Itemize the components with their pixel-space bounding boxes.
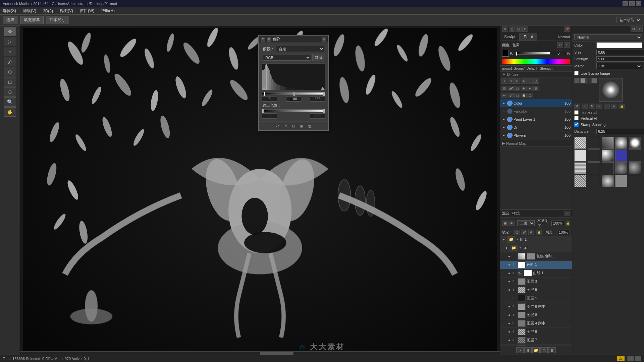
rotate-left[interactable]: ↺ <box>574 104 580 109</box>
input-black[interactable] <box>262 96 277 102</box>
menu-help[interactable]: 帮助(H) <box>100 7 116 14</box>
levels-dialog-title[interactable]: ◻ ⊕ 色阶 × <box>259 36 328 43</box>
new-layer-btn[interactable]: ◻ <box>540 347 548 353</box>
arrow-icon[interactable]: ↓ <box>527 78 533 84</box>
tex-1[interactable] <box>574 137 586 149</box>
crop-tool[interactable]: ⊕ <box>4 87 16 97</box>
tex-18[interactable] <box>602 175 614 187</box>
output-black-val[interactable] <box>262 113 277 119</box>
tex-20[interactable] <box>629 175 641 187</box>
icon-4[interactable]: ⊘ <box>522 26 528 32</box>
vis-paint-layer[interactable]: ● <box>501 117 506 122</box>
close-btn[interactable]: × <box>636 1 641 6</box>
h-scroll-thumb[interactable] <box>260 352 293 355</box>
layer-opt-1[interactable]: ≡ <box>564 211 570 216</box>
panel-pin[interactable]: 📌 <box>564 26 570 32</box>
vis-farcolor[interactable]: ○ <box>501 109 506 114</box>
layer-6[interactable]: ● 8 图层 6 <box>500 328 572 336</box>
tex-17[interactable] <box>588 175 600 187</box>
tex-8[interactable] <box>602 149 614 162</box>
channel-farcolor[interactable]: ○ Farcolor 100 <box>500 107 572 115</box>
stamp-4[interactable] <box>592 78 597 83</box>
preset-select[interactable]: 自定 <box>276 46 324 52</box>
popup-icon-2[interactable]: ⊕ <box>267 37 271 42</box>
tex-12[interactable] <box>588 162 600 174</box>
vis-pbwenii[interactable]: ● <box>501 133 506 138</box>
flip-v[interactable]: ↕ <box>604 104 610 109</box>
zoom-tool[interactable]: 🔍 <box>4 97 16 107</box>
vis-group1[interactable]: ● <box>501 237 506 242</box>
color-prop-swatch[interactable] <box>596 42 642 48</box>
output-levels-slider[interactable] <box>262 109 325 112</box>
mid-point[interactable] <box>293 92 295 96</box>
tex-14[interactable] <box>615 162 627 174</box>
star-icon[interactable]: ✦ <box>527 86 533 91</box>
tex-15[interactable] <box>629 162 641 174</box>
tex-2[interactable] <box>588 137 600 149</box>
layer-8[interactable]: ● 8 图层 8 <box>500 311 572 319</box>
lock-btn-2[interactable]: 🖌 <box>521 230 527 235</box>
stamp-3[interactable] <box>586 78 592 83</box>
blend-normal-select[interactable]: Normal <box>574 34 642 40</box>
action-eyedrop[interactable]: ◉ <box>298 123 305 129</box>
stamp-tool[interactable]: ⬡ <box>4 67 16 76</box>
color-icon-2[interactable]: ◻ <box>564 42 570 48</box>
group-1-header[interactable]: ● 📁 ▼ 组 1 <box>500 236 572 244</box>
fill-screen-btn[interactable]: 填充屏幕 <box>20 16 44 24</box>
levels-slider[interactable] <box>262 92 325 95</box>
popup-icon-1[interactable]: ◻ <box>261 37 265 42</box>
tex-13[interactable] <box>602 162 614 174</box>
panel-expand[interactable]: ⊡ <box>631 26 637 32</box>
window-controls[interactable]: − □ × <box>623 1 641 6</box>
copy-icon[interactable]: ⊡ <box>501 86 507 91</box>
select2-icon[interactable]: ◻ <box>514 93 520 98</box>
fill-icon[interactable]: ⬡ <box>527 93 533 98</box>
tex-9[interactable] <box>615 149 627 162</box>
blend-icon-1[interactable]: ▣ <box>502 221 508 226</box>
box-icon[interactable]: ◻ <box>514 86 520 91</box>
action-reset[interactable]: ↰ <box>282 123 289 129</box>
delete-btn[interactable]: 🗑 <box>548 347 556 353</box>
tab-paint[interactable]: Paint <box>520 33 537 41</box>
layer-4-copy[interactable]: ● 8 图层 4 副本 <box>500 319 572 328</box>
select-tool[interactable]: ▷ <box>4 37 16 46</box>
hand-tool[interactable]: ✋ <box>4 107 16 117</box>
menu-view[interactable]: 视图(V) <box>58 7 74 14</box>
lock-btn-1[interactable]: ◻ <box>514 230 520 235</box>
vis-3[interactable]: ● <box>507 279 512 284</box>
vis-8[interactable]: ● <box>507 313 512 317</box>
size-prop-input[interactable] <box>596 50 644 55</box>
maximize-btn[interactable]: □ <box>629 1 635 6</box>
edit-stamp[interactable]: ✏ <box>611 104 617 109</box>
merge-icon[interactable]: ⊕ <box>521 78 527 84</box>
layer-3[interactable]: ● 8 图层 3 <box>500 278 572 286</box>
action-delete[interactable]: 🗑 <box>306 123 313 129</box>
paint-tool[interactable]: 🖌 <box>4 57 16 66</box>
rotate-right[interactable]: ↻ <box>589 104 595 109</box>
print-size-btn[interactable]: 打印尺寸 <box>46 16 69 24</box>
select-btn[interactable]: 选择 <box>3 16 18 24</box>
layer-9[interactable]: ● 8 图层 9 <box>500 286 572 294</box>
icon-2[interactable]: ◻ <box>509 26 515 32</box>
lock-stamp[interactable]: 🔒 <box>619 104 625 109</box>
panel-settings[interactable]: ≡ <box>637 26 643 32</box>
layer-levels[interactable]: ● 8 色阶 1 <box>500 261 572 269</box>
move-tool[interactable]: ✥ <box>4 27 16 36</box>
status-icon-2[interactable]: ✕ <box>635 356 641 361</box>
vis-6[interactable]: ● <box>507 329 512 334</box>
black-swatch[interactable] <box>502 50 509 57</box>
vis-hue[interactable]: ● <box>507 254 512 259</box>
strength-prop-input[interactable] <box>596 56 644 62</box>
layer-curves[interactable]: ● 8 ∿ 曲线 1 <box>500 269 572 278</box>
white-point[interactable] <box>323 92 325 96</box>
stamp-spacing-check[interactable] <box>574 122 579 127</box>
link-icon[interactable]: 🔗 <box>508 86 514 91</box>
out-black[interactable] <box>262 109 264 113</box>
mode-select[interactable]: 基本功能 <box>616 17 641 23</box>
brush2-icon[interactable]: 🖌 <box>508 93 514 98</box>
tex-19[interactable] <box>615 175 627 187</box>
icon-3[interactable]: ⬡ <box>516 26 522 32</box>
k-value-input[interactable] <box>552 51 565 56</box>
h-scrollbar[interactable] <box>20 351 500 355</box>
status-icon-1[interactable]: ◻ <box>627 356 634 361</box>
